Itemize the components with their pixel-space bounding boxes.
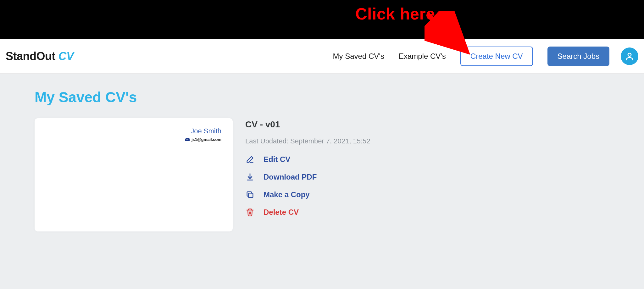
cv-preview-card[interactable]: Joe Smith js1@gmail.com: [35, 118, 233, 231]
cv-meta-panel: CV - v01 Last Updated: September 7, 2021…: [245, 118, 370, 231]
download-pdf-action[interactable]: Download PDF: [245, 172, 370, 182]
download-icon: [245, 172, 255, 182]
nav-example-cvs[interactable]: Example CV's: [399, 52, 446, 61]
logo[interactable]: StandOut CV: [6, 50, 74, 63]
delete-cv-action[interactable]: Delete CV: [245, 208, 370, 217]
page-title: My Saved CV's: [35, 89, 609, 106]
svg-rect-3: [248, 193, 253, 197]
cv-preview-email: js1@gmail.com: [192, 137, 221, 142]
cv-last-updated: Last Updated: September 7, 2021, 15:52: [245, 137, 370, 145]
top-black-bar: Click here: [0, 0, 644, 39]
cv-title: CV - v01: [245, 119, 370, 130]
edit-cv-action[interactable]: Edit CV: [245, 155, 370, 164]
page-content: My Saved CV's Joe Smith js1@gmail.com CV…: [0, 74, 644, 231]
make-a-copy-label: Make a Copy: [264, 190, 310, 199]
cv-preview-name: Joe Smith: [46, 127, 221, 135]
trash-icon: [245, 208, 255, 217]
annotation-click-here: Click here: [355, 4, 435, 23]
logo-text-cv: CV: [58, 50, 74, 63]
nav-my-saved-cvs[interactable]: My Saved CV's: [333, 52, 384, 61]
copy-icon: [245, 190, 255, 199]
delete-cv-label: Delete CV: [264, 208, 299, 217]
mail-icon: [185, 138, 190, 141]
svg-point-1: [628, 53, 631, 56]
nav: My Saved CV's Example CV's Create New CV…: [333, 47, 638, 66]
edit-cv-label: Edit CV: [264, 155, 290, 164]
account-avatar-button[interactable]: [621, 47, 638, 65]
user-icon: [625, 52, 634, 61]
edit-icon: [245, 155, 255, 164]
svg-rect-2: [185, 138, 190, 141]
header-bar: StandOut CV My Saved CV's Example CV's C…: [0, 39, 644, 74]
logo-text-standout: StandOut: [6, 50, 58, 63]
download-pdf-label: Download PDF: [264, 173, 317, 181]
search-jobs-button[interactable]: Search Jobs: [547, 47, 609, 66]
cv-actions: Edit CV Download PDF: [245, 155, 370, 217]
cv-preview-email-row: js1@gmail.com: [46, 137, 221, 142]
make-a-copy-action[interactable]: Make a Copy: [245, 190, 370, 199]
content-row: Joe Smith js1@gmail.com CV - v01 Last Up…: [35, 118, 609, 231]
create-new-cv-button[interactable]: Create New CV: [460, 47, 533, 66]
